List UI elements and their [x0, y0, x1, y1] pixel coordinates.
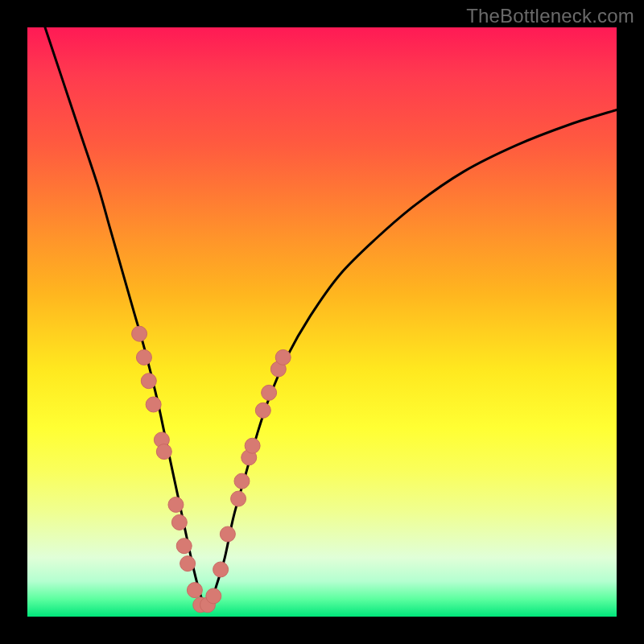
data-marker [220, 526, 235, 542]
data-marker [245, 438, 260, 453]
data-marker [168, 497, 184, 512]
data-marker [141, 374, 156, 389]
data-marker [171, 514, 187, 530]
data-marker [132, 326, 147, 341]
data-marker [156, 444, 171, 460]
data-marker [234, 473, 250, 489]
bottleneck-curve [45, 27, 617, 607]
watermark-text: TheBottleneck.com [466, 5, 634, 27]
data-marker [136, 349, 151, 365]
data-marker [180, 556, 196, 572]
plot-area [27, 27, 617, 617]
data-marker [187, 583, 202, 598]
data-marker [176, 539, 192, 554]
data-marker [206, 588, 221, 604]
data-marker [262, 385, 277, 400]
markers-group [132, 326, 291, 613]
data-marker [275, 349, 291, 365]
curve-svg [27, 27, 617, 617]
data-marker [255, 402, 270, 418]
data-marker [213, 562, 229, 577]
data-marker [146, 397, 161, 412]
data-marker [231, 491, 246, 506]
chart-frame: TheBottleneck.com [0, 0, 644, 644]
